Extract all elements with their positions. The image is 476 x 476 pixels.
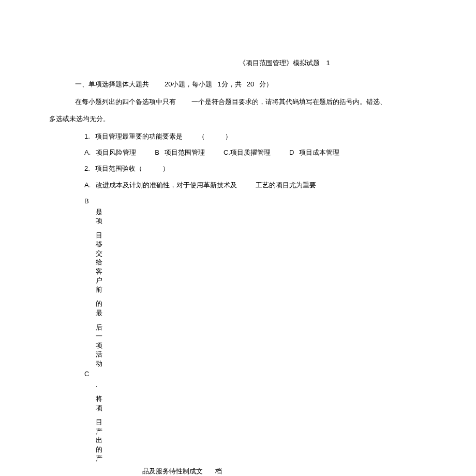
instruction-line2: 多选或未选均无分。	[49, 113, 427, 125]
section-heading: 一、单项选择题体大题共20小题，每小题1分，共20分）	[49, 78, 427, 90]
section-total: 20	[247, 80, 254, 88]
q2-optB-v2: 目移交给客户前	[96, 231, 103, 294]
instruction-line1: 在每小题列出的四个备选项中只有一个是符合题目要求的，请将其代码填写在题后的括号内…	[49, 96, 427, 108]
q2-optB-letter: B	[84, 197, 89, 205]
q2-optB-block: B 是项 目移交给客户前 的最 后一项活动	[49, 195, 427, 368]
q1-paren: （ ）	[198, 132, 232, 140]
q2-optB-v4: 后一项活动	[96, 323, 103, 368]
instr-p3: 多选或未选均无分。	[49, 115, 110, 123]
q1-optC: 项目质擢管理	[230, 148, 271, 156]
question-2: 2.项目范围验收（ ）	[49, 162, 427, 174]
q2-optC-v1: 将项	[96, 394, 103, 412]
q2-optC-block: C . 将项 目产出的产	[49, 368, 427, 463]
instr-p2: 一个是符合题目要求的，请将其代码填写在题后的括号内。错选、	[191, 98, 386, 106]
q1-optD: 项目成本管理	[299, 148, 339, 156]
section-closing: 分）	[259, 80, 273, 88]
title-text: 《项目范围管理》模拟试题	[239, 59, 320, 67]
section-label: 一、单项选择题体大题共	[75, 80, 149, 88]
q1-optA-letter: A.	[84, 148, 91, 156]
section-count: 20	[165, 80, 172, 88]
section-unit: 小题，每小题	[172, 80, 212, 88]
q2-optC-footer: 品及服务特性制成文档	[49, 465, 427, 476]
q2-optC-letter: C	[84, 370, 89, 378]
q1-optB-letter: B	[155, 148, 159, 156]
q1-label: 1.	[84, 132, 90, 140]
q2-optC-f1: 品及服务特性制成文	[142, 467, 203, 475]
q1-options: A.项目风险管理B项目范围管理C.项目质擢管理D项目成本管理	[49, 146, 427, 158]
q2-optA-letter: A.	[84, 181, 91, 189]
instr-p1: 在每小题列出的四个备选项中只有	[75, 98, 176, 106]
q1-text: 项目管理最重要的功能要素是	[95, 132, 183, 140]
q2-optC-f2: 档	[215, 467, 222, 475]
title-number: 1	[326, 59, 330, 67]
question-1: 1.项目管理最重要的功能要素是（ ）	[49, 130, 427, 142]
q2-text: 项目范围验收（ ）	[95, 165, 169, 172]
q2-optB-v3: 的最	[96, 299, 103, 317]
q2-optA-p2: 工艺的项目尤为重要	[256, 181, 316, 189]
section-per: 分，共	[221, 80, 242, 88]
q2-optC-dot: .	[96, 380, 103, 390]
q1-optD-letter: D	[289, 148, 294, 156]
exam-title: 《项目范围管理》模拟试题1	[142, 57, 427, 69]
q2-label: 2.	[84, 165, 90, 172]
q1-optC-letter: C.	[224, 148, 230, 156]
q1-optB: 项目范围管理	[165, 148, 205, 156]
section-points: 1	[217, 80, 221, 88]
q2-optA: A.改进成本及计划的准确性，对于使用革新技术及工艺的项目尤为重要	[49, 179, 427, 191]
q2-optB-v1: 是项	[96, 207, 103, 226]
q2-optA-p1: 改进成本及计划的准确性，对于使用革新技术及	[96, 181, 237, 189]
q2-optC-v2: 目产出的产	[96, 418, 103, 463]
q1-optA: 项目风险管理	[96, 148, 136, 156]
